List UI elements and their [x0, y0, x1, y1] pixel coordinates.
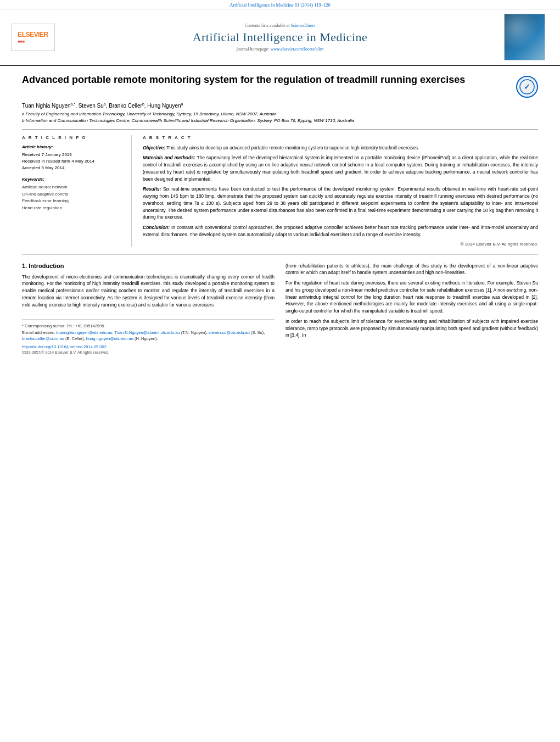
abstract-objective: Objective: This study aims to develop an… [143, 144, 538, 152]
body-left-col: 1. Introduction The development of micro… [22, 263, 275, 356]
section1-title: 1. Introduction [22, 263, 275, 269]
journal-title-area: Contents lists available at ScienceDirec… [66, 14, 494, 60]
email-link-3[interactable]: steven.su@uts.edu.au [209, 330, 250, 335]
conclusion-label: Conclusion: [143, 225, 170, 230]
affiliations: a Faculty of Engineering and Information… [22, 111, 538, 123]
journal-title: Artificial Intelligence in Medicine [66, 30, 494, 44]
content-list-text: Contents lists available at ScienceDirec… [66, 23, 494, 28]
journal-homepage-link[interactable]: www.elsevier.com/locate/aiim [270, 47, 323, 52]
intro-para2: (from rehabilitation patients to athlete… [285, 263, 538, 277]
body-right-col: (from rehabilitation patients to athlete… [285, 263, 538, 356]
crossmark-logo[interactable]: ✓ [516, 76, 538, 98]
article-history: Article history: Received 7 January 2013… [22, 144, 123, 171]
journal-cover-image [504, 14, 545, 60]
intro-para4: In order to reach the subject's limit of… [285, 318, 538, 339]
objective-label: Objective: [143, 145, 165, 150]
journal-reference-bar: Artificial Intelligence in Medicine 61 (… [0, 0, 560, 9]
corresponding-author: * Corresponding author. Tel.: +61 295142… [22, 323, 275, 329]
article-info-col: A R T I C L E I N F O Article history: R… [22, 135, 132, 247]
abstract-results: Results: Six real-time experiments have … [143, 186, 538, 221]
abstract-materials: Materials and methods: The supervisory l… [143, 154, 538, 182]
conclusion-text: In contrast with conventional control ap… [143, 225, 538, 237]
abstract-header: A B S T R A C T [143, 135, 538, 140]
publisher-logo-area: ELSEVIER ■■■ [11, 14, 60, 60]
issn-line: 0933-3657/© 2014 Elsevier B.V. All right… [22, 350, 275, 356]
journal-reference-text: Artificial Intelligence in Medicine 61 (… [229, 2, 330, 8]
email-link-4[interactable]: branka.celler@csiro.au [22, 336, 64, 341]
keyword-2: On-line adaptive control [22, 191, 123, 198]
email-label: E-mail addresses: [22, 330, 55, 335]
email-link-5[interactable]: hung.nguyen@uts.edu.au [86, 336, 133, 341]
results-label: Results: [143, 186, 161, 192]
keyword-4: Heart rate regulation [22, 205, 123, 212]
abstract-conclusion: Conclusion: In contrast with conventiona… [143, 224, 538, 238]
elsevier-logo: ELSEVIER ■■■ [11, 24, 55, 51]
email-link-2[interactable]: Tuan.N.Nguyen@alumni.uts.edu.au [114, 330, 180, 335]
received-date: Received 7 January 2013 [22, 152, 123, 158]
article-header: Advanced portable remote monitoring syst… [22, 74, 538, 98]
accepted-date: Accepted 5 May 2014 [22, 165, 123, 171]
keywords-label: Keywords: [22, 177, 123, 182]
svg-text:✓: ✓ [524, 82, 530, 91]
materials-label: Materials and methods: [143, 155, 195, 160]
journal-header: ELSEVIER ■■■ Contents lists available at… [0, 9, 560, 66]
article-title: Advanced portable remote monitoring syst… [22, 74, 511, 86]
authors-line: Tuan Nghia Nguyena,*, Steven Sua, Branko… [22, 102, 538, 109]
article-info-header: A R T I C L E I N F O [22, 135, 123, 140]
info-abstract-section: A R T I C L E I N F O Article history: R… [22, 129, 538, 247]
email-addresses: E-mail addresses: tuannghia.nguyen@uts.e… [22, 330, 275, 342]
copyright-line: © 2014 Elsevier B.V. All rights reserved… [143, 242, 538, 247]
journal-homepage: journal homepage: www.elsevier.com/locat… [66, 47, 494, 52]
section-divider [22, 254, 538, 255]
materials-text: The supervisory level of the developed h… [143, 155, 538, 181]
authors-text: Tuan Nghia Nguyena,*, Steven Sua, Branko… [22, 103, 183, 109]
intro-para1: The development of micro-electronics and… [22, 274, 275, 309]
footnote-area: * Corresponding author. Tel.: +61 295142… [22, 319, 275, 356]
email-link-1[interactable]: tuannghia.nguyen@uts.edu.au [56, 330, 112, 335]
received-revised-date: Received in revised form 4 May 2014 [22, 158, 123, 165]
keywords-section: Keywords: Artificial neural network On-l… [22, 177, 123, 212]
doi-link[interactable]: http://dx.doi.org/10.1016/j.artmed.2014.… [22, 344, 275, 350]
sciencedirect-link[interactable]: ScienceDirect [291, 23, 316, 28]
abstract-col: A B S T R A C T Objective: This study ai… [143, 135, 538, 247]
affiliation-a: a Faculty of Engineering and Information… [22, 111, 538, 117]
keyword-3: Feedback error learning [22, 198, 123, 205]
results-text: Six real-time experiments have been cond… [143, 186, 538, 220]
journal-cover-area [500, 14, 549, 60]
objective-text: This study aims to develop an advanced p… [165, 145, 419, 150]
keyword-1: Artificial neural network [22, 184, 123, 191]
body-section: 1. Introduction The development of micro… [22, 263, 538, 356]
affiliation-b: b Information and Communication Technolo… [22, 118, 538, 124]
intro-para3: For the regulation of heart rate during … [285, 280, 538, 315]
main-content: Advanced portable remote monitoring syst… [0, 66, 560, 367]
history-label: Article history: [22, 144, 123, 149]
